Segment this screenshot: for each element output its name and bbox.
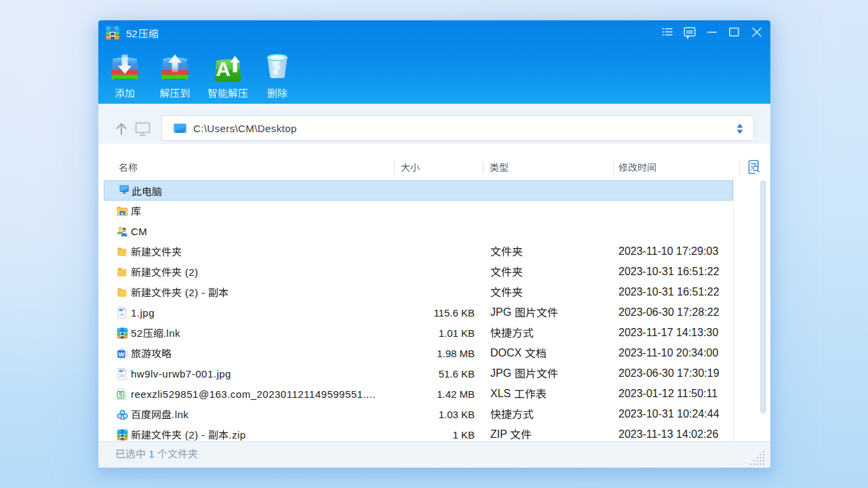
svg-text:A: A (216, 58, 231, 80)
svg-text:W: W (119, 350, 125, 358)
svg-text:S: S (119, 391, 123, 398)
